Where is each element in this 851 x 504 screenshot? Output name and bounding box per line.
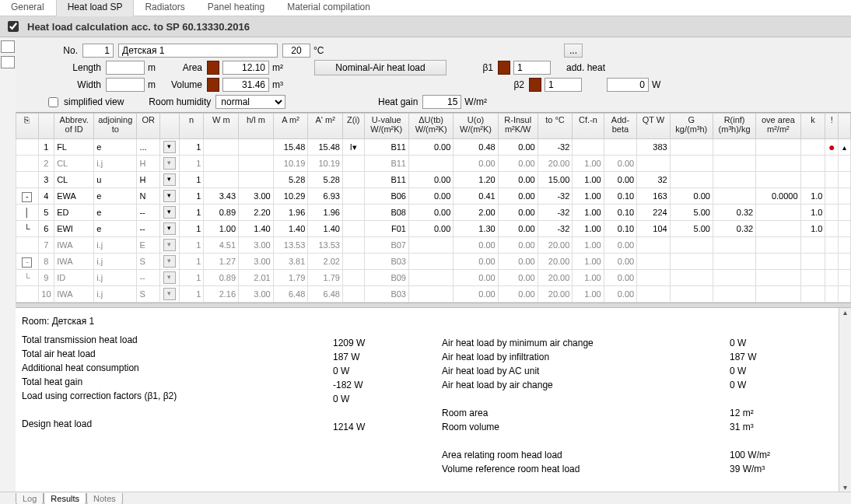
- col-qt[interactable]: QT W: [637, 114, 671, 139]
- b1-field[interactable]: [513, 61, 551, 75]
- b1-label: β1: [447, 62, 498, 73]
- col-scroll: [838, 114, 850, 139]
- table-row[interactable]: └6EWIe--▾11.001.401.401.40F010.001.300.0…: [16, 221, 851, 237]
- col-adjoining[interactable]: adjoining to: [94, 114, 137, 139]
- summary-value: 1209 W: [333, 336, 442, 350]
- col-g[interactable]: G kg/(m³h): [670, 114, 713, 139]
- col-addbeta[interactable]: Add- beta: [604, 114, 637, 139]
- col-warn[interactable]: !: [825, 114, 838, 139]
- header-enable-checkbox[interactable]: [8, 21, 19, 32]
- col-hl[interactable]: h/l m: [239, 114, 274, 139]
- parameters-panel: No. °C ... Length m Area m² No: [16, 37, 851, 112]
- col-or[interactable]: OR: [137, 114, 160, 139]
- b2-field[interactable]: [545, 78, 582, 92]
- area-label: Area: [156, 62, 207, 73]
- summary-label: Additional heat consumption: [22, 361, 333, 375]
- btab-results[interactable]: Results: [44, 493, 86, 504]
- area-unit: m²: [272, 62, 283, 73]
- col-a[interactable]: A m²: [273, 114, 308, 139]
- summary-label: [442, 392, 730, 406]
- area-field[interactable]: [222, 61, 269, 75]
- tab-material-compilation[interactable]: Material compilation: [276, 0, 382, 16]
- col-rinf[interactable]: R(inf) (m³h)/kg: [713, 114, 755, 139]
- col-or-dd[interactable]: [160, 114, 179, 139]
- summary-value: 12 m²: [730, 406, 807, 420]
- summary-label: Volume reference room heat load: [442, 462, 730, 476]
- results-summary: Room: Детская 1 Total transmission heat …: [16, 308, 839, 492]
- length-field[interactable]: [106, 61, 145, 75]
- col-cfn[interactable]: Cf.-n: [573, 114, 604, 139]
- width-field[interactable]: [106, 78, 145, 92]
- no-field[interactable]: [82, 44, 114, 58]
- table-row[interactable]: │5EDe--▾10.892.201.961.96B080.002.000.00…: [16, 205, 851, 221]
- room-name-field[interactable]: [118, 44, 278, 58]
- table-row[interactable]: -8IWAi.jS▾11.273.003.812.02B030.000.0020…: [16, 254, 851, 270]
- scroll-up-icon[interactable]: ▴: [843, 308, 847, 317]
- humidity-select[interactable]: normal: [215, 95, 285, 109]
- horizontal-splitter[interactable]: [16, 303, 851, 308]
- col-k[interactable]: k: [800, 114, 825, 139]
- side-icon-2[interactable]: [1, 56, 15, 68]
- btab-notes[interactable]: Notes: [86, 493, 123, 504]
- addheat-unit: W: [652, 79, 660, 90]
- col-uo[interactable]: U(o) W/(m²K): [454, 114, 498, 139]
- scroll-down-icon[interactable]: ▾: [843, 483, 847, 492]
- summary-value: 0 W: [333, 364, 442, 378]
- simplified-view-check[interactable]: simplified view: [45, 95, 124, 110]
- col-w[interactable]: W m: [204, 114, 239, 139]
- col-dutb[interactable]: ΔU(tb) W/(m²K): [408, 114, 453, 139]
- table-row[interactable]: -4EWAeN▾13.433.0010.296.93B060.000.410.0…: [16, 188, 851, 205]
- side-icon-1[interactable]: [1, 40, 15, 53]
- addheat-field[interactable]: [607, 78, 649, 92]
- tab-radiators[interactable]: Radiators: [134, 0, 196, 16]
- summary-value: 31 m³: [730, 420, 807, 434]
- col-index[interactable]: [38, 114, 54, 139]
- btab-log[interactable]: Log: [16, 493, 44, 504]
- table-row[interactable]: 1FLe...▾115.4815.48I▾B110.000.480.00-323…: [16, 139, 851, 156]
- summary-value: 39 W/m³: [730, 462, 807, 476]
- col-zi[interactable]: Z(i): [342, 114, 364, 139]
- summary-label: Load using correction factors (β1, β2): [22, 389, 333, 403]
- tab-heat-load-sp[interactable]: Heat load SP: [56, 0, 135, 16]
- col-to[interactable]: to °C: [538, 114, 573, 139]
- table-row[interactable]: 3CLuH▾15.285.28B110.001.200.0015.001.000…: [16, 172, 851, 188]
- side-toolbar: [0, 37, 16, 492]
- summary-label: Total air heat load: [22, 347, 333, 361]
- summary-value: 1214 W: [333, 420, 442, 434]
- summary-label: Air heat load by infiltration: [442, 350, 730, 364]
- summary-value: 0 W: [333, 392, 442, 406]
- col-abbrev[interactable]: Abbrev. of ID: [54, 114, 94, 139]
- volume-unit: m³: [272, 79, 283, 90]
- volume-label: Volume: [156, 79, 207, 90]
- table-row[interactable]: 2CLi.jH▾110.1910.19B110.000.0020.001.000…: [16, 156, 851, 172]
- temp-field[interactable]: [282, 44, 310, 58]
- col-n[interactable]: n: [179, 114, 204, 139]
- simplified-view-checkbox[interactable]: [48, 97, 58, 107]
- grid-body[interactable]: 1FLe...▾115.4815.48I▾B110.000.480.00-323…: [16, 139, 851, 303]
- summary-label: Room volume: [442, 420, 730, 434]
- b1-badge-icon: [498, 61, 510, 75]
- tab-panel-heating[interactable]: Panel heating: [197, 0, 276, 16]
- volume-field[interactable]: [222, 78, 269, 92]
- temp-unit: °C: [313, 45, 324, 56]
- col-copy-icon[interactable]: ⎘: [16, 114, 39, 139]
- col-uvalue[interactable]: U-value W/(m²K): [364, 114, 408, 139]
- col-rinsul[interactable]: R-Insul m²K/W: [498, 114, 538, 139]
- summary-label: Total heat gain: [22, 375, 333, 389]
- summary-label: Area relating room head load: [442, 448, 730, 462]
- summary-value: -182 W: [333, 378, 442, 392]
- col-ovearea[interactable]: ove area m²/m²: [756, 114, 800, 139]
- table-row[interactable]: └9IDi.j--▾10.892.011.791.79B090.000.0020…: [16, 270, 851, 286]
- nominal-air-button[interactable]: Nominal-Air heat load: [314, 60, 447, 75]
- table-row[interactable]: 7IWAi.jE▾14.513.0013.5313.53B070.000.002…: [16, 237, 851, 254]
- more-button[interactable]: ...: [564, 44, 583, 58]
- table-row[interactable]: 10IWAi.jS▾12.163.006.486.48B030.000.0020…: [16, 286, 851, 303]
- summary-value: 0 W: [730, 364, 807, 378]
- tab-general[interactable]: General: [0, 0, 56, 16]
- summary-scrollbar[interactable]: ▴ ▾: [839, 308, 851, 492]
- col-ap[interactable]: A' m²: [308, 114, 343, 139]
- summary-value: [730, 434, 807, 448]
- humidity-label: Room humidity: [124, 96, 215, 107]
- heatgain-field[interactable]: [422, 95, 461, 109]
- summary-value: 0 W: [730, 378, 807, 392]
